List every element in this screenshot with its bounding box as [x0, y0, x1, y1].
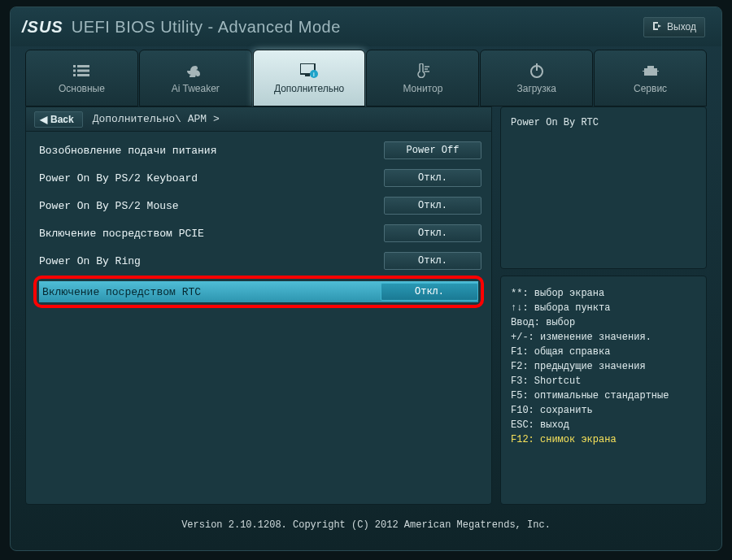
- help-line: +/-: изменение значения.: [511, 330, 696, 345]
- list-icon: [73, 62, 89, 80]
- help-line: F10: сохранить: [511, 403, 696, 418]
- setting-label: Power On By PS/2 Keyboard: [36, 172, 384, 184]
- tab-label: Сервис: [634, 83, 667, 94]
- asus-logo-text: /SUS: [22, 18, 63, 37]
- tab-label: Монитор: [403, 83, 442, 94]
- tab-label: Основные: [59, 83, 105, 94]
- settings-pane: ◀ Back Дополнительно\ APM > Возобновлени…: [25, 106, 492, 505]
- info-box: Power On By RTC: [500, 106, 707, 269]
- help-line-f12: F12: снимок экрана: [511, 432, 696, 447]
- tab-main[interactable]: Основные: [25, 50, 138, 106]
- tab-label: Загрузка: [516, 83, 556, 94]
- tab-tool[interactable]: Сервис: [594, 50, 707, 106]
- exit-icon: [652, 21, 662, 33]
- asus-logo: /SUS: [22, 18, 63, 37]
- chevron-left-icon: ◀: [40, 114, 47, 125]
- main-tabs: Основные Ai Tweaker i Дополнительно Мони…: [11, 50, 721, 106]
- setting-value[interactable]: Откл.: [384, 252, 481, 270]
- setting-value[interactable]: Откл.: [384, 197, 481, 215]
- footer-version: Version 2.10.1208. Copyright (C) 2012 Am…: [11, 511, 721, 536]
- power-icon: [529, 62, 544, 80]
- setting-row-rtc[interactable]: Включение посредством RTC Откл.: [39, 281, 478, 302]
- svg-rect-1: [305, 75, 310, 76]
- settings-list: Возобновление подачи питания Power Off P…: [26, 132, 491, 314]
- tab-ai-tweaker[interactable]: Ai Tweaker: [139, 50, 252, 106]
- breadcrumb-bar: ◀ Back Дополнительно\ APM >: [26, 107, 491, 132]
- help-line: ↑↓: выбора пункта: [511, 301, 696, 315]
- monitor-info-icon: i: [300, 62, 318, 80]
- help-line: F5: оптимальные стандартные: [511, 389, 696, 403]
- setting-row-ps2-keyboard[interactable]: Power On By PS/2 Keyboard Откл.: [36, 167, 481, 189]
- help-line: Ввод: выбор: [511, 315, 696, 330]
- setting-label: Включение посредством PCIE: [36, 228, 384, 240]
- info-text: Power On By RTC: [511, 117, 599, 128]
- exit-label: Выход: [667, 21, 696, 33]
- setting-value[interactable]: Откл.: [381, 283, 478, 301]
- setting-label: Включение посредством RTC: [39, 286, 381, 298]
- setting-row-ring[interactable]: Power On By Ring Откл.: [36, 250, 481, 271]
- setting-row-pcie[interactable]: Включение посредством PCIE Откл.: [36, 223, 481, 244]
- titlebar: /SUS UEFI BIOS Utility - Advanced Mode В…: [11, 7, 721, 46]
- svg-text:i: i: [313, 71, 315, 78]
- setting-value[interactable]: Откл.: [384, 224, 481, 242]
- setting-value[interactable]: Power Off: [384, 141, 481, 159]
- setting-value[interactable]: Откл.: [384, 169, 481, 187]
- tab-advanced[interactable]: i Дополнительно: [253, 50, 366, 106]
- exit-button[interactable]: Выход: [643, 17, 705, 37]
- toolbox-icon: [643, 62, 659, 80]
- help-line: F2: предыдущие значения: [511, 359, 696, 374]
- help-line: F3: Shortcut: [511, 374, 696, 389]
- bios-window: /SUS UEFI BIOS Utility - Advanced Mode В…: [10, 7, 722, 551]
- back-label: Back: [50, 114, 74, 125]
- tab-monitor[interactable]: Монитор: [366, 50, 479, 106]
- help-line: **: выбор экрана: [511, 286, 696, 301]
- content-area: ◀ Back Дополнительно\ APM > Возобновлени…: [11, 106, 721, 511]
- breadcrumb-path: Дополнительно\ APM >: [93, 113, 220, 125]
- fan-icon: [187, 62, 203, 80]
- setting-label: Возобновление подачи питания: [36, 145, 384, 157]
- help-line: F1: общая справка: [511, 345, 696, 359]
- tab-label: Дополнительно: [274, 83, 344, 94]
- setting-row-ps2-mouse[interactable]: Power On By PS/2 Mouse Откл.: [36, 195, 481, 216]
- help-box: **: выбор экрана ↑↓: выбора пункта Ввод:…: [500, 276, 707, 505]
- tab-label: Ai Tweaker: [172, 83, 220, 94]
- highlight-annotation: Включение посредством RTC Откл.: [33, 276, 484, 308]
- setting-label: Power On By Ring: [36, 255, 384, 267]
- back-button[interactable]: ◀ Back: [34, 111, 83, 128]
- tab-boot[interactable]: Загрузка: [480, 50, 593, 106]
- thermometer-icon: [415, 62, 431, 80]
- setting-label: Power On By PS/2 Mouse: [36, 200, 384, 212]
- app-title: UEFI BIOS Utility - Advanced Mode: [72, 18, 341, 37]
- right-pane: Power On By RTC **: выбор экрана ↑↓: выб…: [500, 106, 707, 505]
- help-line: ESC: выход: [511, 418, 696, 432]
- setting-row-power-restore[interactable]: Возобновление подачи питания Power Off: [36, 140, 481, 161]
